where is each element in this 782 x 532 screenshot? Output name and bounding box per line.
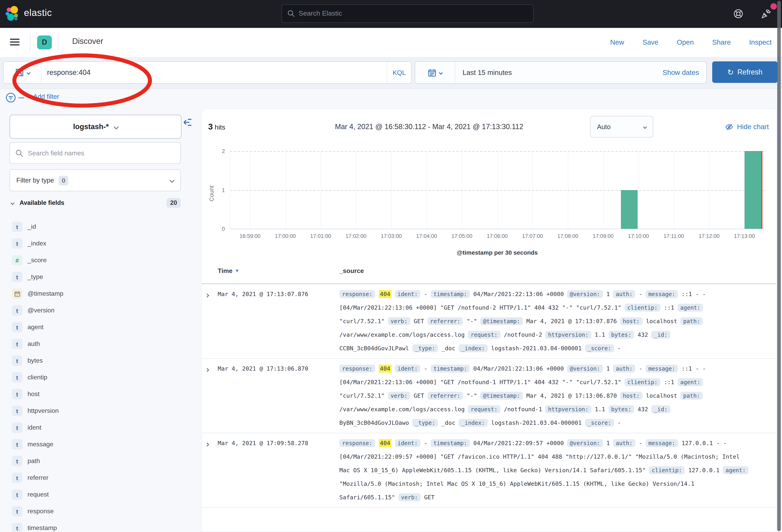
field-name: agent	[28, 324, 43, 331]
top-actions: NewSaveOpenShareInspect	[610, 28, 772, 57]
field-badge: auth:	[613, 365, 635, 373]
sort-descending-icon[interactable]: ▼	[235, 268, 239, 273]
gridline	[356, 151, 356, 229]
field-badge: _id:	[651, 405, 670, 413]
discover-app-icon[interactable]: D	[37, 35, 52, 49]
gridline	[285, 151, 286, 229]
refresh-button[interactable]: ↻ Refresh	[712, 61, 778, 83]
field-name: @timestamp	[28, 290, 63, 297]
action-save[interactable]: Save	[642, 38, 659, 47]
action-share[interactable]: Share	[712, 38, 731, 47]
x-tick-label: 17:07:00	[514, 233, 550, 239]
saved-query-menu[interactable]	[4, 62, 41, 83]
menu-hamburger-icon[interactable]	[10, 39, 20, 46]
query-input-box[interactable]: response:404 KQL	[3, 61, 412, 84]
gridline	[230, 151, 765, 152]
text-field-icon: t	[12, 456, 22, 466]
table-row: Mar 4, 2021 @ 17:09:58.278response: 404i…	[202, 433, 776, 508]
field-item-_type[interactable]: t_type	[12, 269, 181, 285]
field-name: _index	[28, 240, 46, 247]
date-field-icon	[12, 289, 22, 299]
eye-closed-icon	[725, 122, 733, 131]
action-new[interactable]: New	[610, 38, 624, 47]
field-item-path[interactable]: tpath	[12, 453, 181, 469]
field-item-@timestamp[interactable]: @timestamp	[12, 285, 181, 302]
field-item-_score[interactable]: #_score	[12, 252, 181, 269]
field-item-request[interactable]: trequest	[12, 486, 181, 503]
collapse-sidebar-icon[interactable]	[183, 118, 192, 127]
field-item-agent[interactable]: tagent	[12, 319, 181, 336]
gridline	[709, 151, 709, 229]
x-tick-label: 17:09:00	[585, 233, 621, 239]
field-name: host	[28, 390, 40, 398]
add-filter-button[interactable]: + Add filter	[28, 93, 59, 101]
filter-by-type-select[interactable]: Filter by type 0	[9, 169, 181, 191]
field-item-ident[interactable]: tident	[12, 419, 181, 436]
filter-bar: + Add filter	[0, 88, 782, 107]
field-badge: verb:	[388, 392, 410, 400]
hide-chart-button[interactable]: Hide chart	[725, 122, 769, 131]
chart-time-range-title: Mar 4, 2021 @ 16:58:30.112 - Mar 4, 2021…	[268, 122, 590, 131]
x-tick-label: 17:08:00	[550, 233, 586, 239]
global-search-input[interactable]: Search Elastic	[282, 4, 534, 23]
field-item-_index[interactable]: t_index	[12, 235, 181, 252]
field-search-placeholder: Search field names	[28, 149, 84, 157]
field-item-referrer[interactable]: treferrer	[12, 469, 181, 486]
column-header-source[interactable]: _source	[340, 267, 364, 274]
field-badge: timestamp:	[431, 365, 470, 373]
histogram-bar[interactable]	[621, 190, 638, 229]
search-icon	[15, 149, 23, 157]
query-language-button[interactable]: KQL	[387, 62, 411, 83]
field-name: message	[28, 441, 54, 448]
action-open[interactable]: Open	[677, 38, 694, 47]
scrollbar[interactable]	[777, 1, 781, 531]
query-input-value[interactable]: response:404	[41, 68, 387, 77]
field-item-bytes[interactable]: tbytes	[12, 352, 181, 369]
text-field-icon: t	[12, 472, 22, 483]
action-inspect[interactable]: Inspect	[749, 38, 772, 47]
column-header-time[interactable]: Time▼	[218, 267, 239, 274]
saved-query-icon	[15, 68, 24, 77]
expand-row-icon[interactable]	[205, 443, 209, 447]
field-item-_id[interactable]: t_id	[12, 218, 181, 235]
field-badge: bytes:	[608, 331, 634, 339]
text-field-icon: t	[12, 372, 22, 383]
date-picker-menu[interactable]	[415, 62, 455, 83]
index-pattern-selector[interactable]: logstash-*	[9, 115, 181, 139]
show-dates-button[interactable]: Show dates	[663, 68, 706, 77]
available-fields-header[interactable]: Available fields 20	[11, 198, 181, 207]
newsfeed-party-icon[interactable]	[761, 8, 772, 19]
expand-row-icon[interactable]	[205, 294, 209, 298]
x-axis-line	[230, 229, 765, 229]
app-bar: D Discover NewSaveOpenShareInspect	[0, 28, 782, 58]
field-item-@version[interactable]: t@version	[12, 302, 181, 319]
field-item-timestamp[interactable]: ttimestamp	[12, 520, 181, 532]
field-item-response[interactable]: tresponse	[12, 503, 181, 520]
field-item-httpversion[interactable]: thttpversion	[12, 403, 181, 419]
field-badge: _score:	[585, 419, 614, 427]
expand-row-icon[interactable]	[205, 368, 209, 372]
field-name: _score	[28, 257, 47, 264]
text-field-icon: t	[12, 238, 22, 249]
field-item-message[interactable]: tmessage	[12, 436, 181, 453]
field-badge: path:	[680, 392, 703, 400]
text-field-icon: t	[12, 389, 22, 399]
filter-list-icon[interactable]	[6, 92, 16, 103]
field-item-host[interactable]: thost	[12, 386, 181, 403]
field-badge: path:	[680, 317, 703, 325]
x-tick-label: 17:01:00	[303, 233, 339, 239]
field-item-clientip[interactable]: tclientip	[12, 369, 181, 386]
text-field-icon: t	[12, 355, 22, 366]
field-badge: @timestamp:	[480, 392, 523, 400]
filter-type-count-badge: 0	[59, 176, 68, 185]
field-item-auth[interactable]: tauth	[12, 336, 181, 352]
time-range-value[interactable]: Last 15 minutes	[455, 68, 512, 77]
interval-select[interactable]: Auto	[590, 116, 653, 138]
histogram-bar[interactable]	[744, 151, 761, 229]
elastic-logo-icon[interactable]	[6, 6, 21, 22]
field-badge: agent:	[678, 378, 703, 386]
help-lifebuoy-icon[interactable]	[733, 8, 744, 19]
field-search-input[interactable]: Search field names	[9, 142, 181, 164]
row-time: Mar 4, 2021 @ 17:13:06.870	[218, 362, 340, 429]
gridline	[674, 151, 674, 229]
